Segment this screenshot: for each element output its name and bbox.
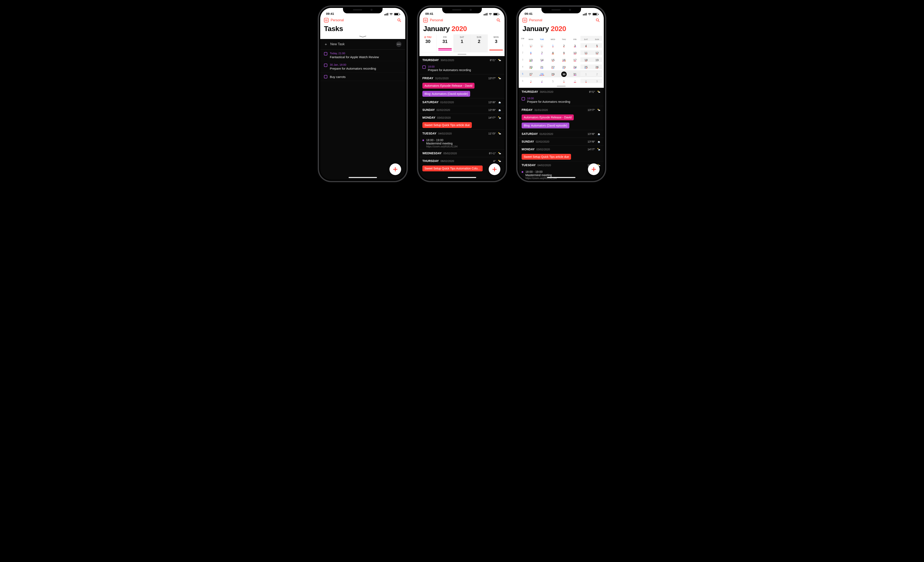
month-day[interactable]: 30 [525,43,536,48]
month-day[interactable]: 1 [548,43,558,48]
event-pill[interactable]: Sweet Setup Quick Tips article due [422,122,472,128]
month-day[interactable]: 15 [548,57,558,62]
month-day[interactable]: 6 [558,79,570,83]
svg-line-3 [499,21,500,22]
month-day[interactable]: 2 [591,72,603,76]
month-day[interactable]: 5 [591,43,603,48]
pull-handle[interactable] [320,34,405,39]
day-cell[interactable]: MON3 [488,34,504,52]
new-task-label: New Task [330,42,345,46]
month-day[interactable]: 30 [558,70,570,77]
svg-point-5 [498,77,500,78]
svg-point-0 [398,19,400,21]
new-task-button[interactable]: ＋ New Task [324,42,345,47]
month-day[interactable]: 16 [558,57,570,62]
event-pill[interactable]: Blog: Automators (David episode) [422,91,470,97]
month-day[interactable]: 14 [536,57,548,62]
agenda-list[interactable]: THURSDAY30/01/20208°/1°18:00Prepare for … [420,56,504,180]
month-day[interactable]: 7 [536,50,548,55]
search-button[interactable] [397,18,402,22]
home-indicator[interactable] [349,177,377,178]
month-day[interactable]: 4 [536,79,548,83]
day-cell[interactable]: ☑ THU30 [420,34,436,52]
svg-line-29 [598,150,599,151]
month-day[interactable]: 29 [548,72,558,76]
month-day[interactable]: 26 [591,64,603,69]
month-day[interactable]: 11 [580,50,591,55]
day-header: THURSDAY30/01/20208°/1° [420,56,504,64]
week-strip[interactable]: ☑ THU30FRI31SAT1SUN2MON3 [420,34,504,52]
event-pill[interactable]: Blog: Automators (David episode) [522,123,569,129]
month-day[interactable]: 9 [558,50,570,55]
task-event[interactable]: 18:00Prepare for Automators recording [420,64,504,74]
month-day[interactable]: 19 [591,57,603,62]
day-cell[interactable]: SAT1 [454,34,471,52]
month-day[interactable]: 3 [569,43,580,48]
event[interactable]: 18:00 - 19:00Mastermind meetinghttps://z… [420,137,504,149]
checkbox-icon[interactable] [324,75,327,78]
month-day[interactable]: 22 [548,64,558,69]
home-indicator[interactable] [448,177,476,178]
svg-line-22 [598,135,598,135]
checkbox-icon[interactable] [324,64,327,67]
task-row[interactable]: Today, 21:00Fantastical for Apple Watch … [320,49,405,61]
svg-point-16 [498,152,500,153]
month-grid[interactable]: CWMONTUEWEDTHUFRISATSUN13031123452678910… [519,34,604,84]
month-day[interactable]: 3 [525,79,536,83]
month-day[interactable]: 8 [548,50,558,55]
checkbox-icon[interactable] [522,97,525,100]
day-header: TUESDAY04/02/202011°/3° [420,129,504,137]
month-day[interactable]: 27 [525,72,536,76]
month-day[interactable]: 31 [569,72,580,76]
add-fab[interactable] [588,163,600,175]
day-cell[interactable]: FRI31 [436,34,454,52]
more-button[interactable]: ••• [396,42,402,47]
month-day[interactable]: 6 [525,50,536,55]
day-header: FRIDAY31/01/202013°/7° [519,106,604,114]
month-day[interactable]: 21 [536,64,548,69]
home-indicator[interactable] [547,177,575,178]
calendar-set-button[interactable]: Personal [324,18,344,22]
month-day[interactable]: 23 [558,64,570,69]
month-day[interactable]: 8 [580,79,591,83]
event-pill[interactable]: Automators Episode Release - David [422,83,474,88]
month-day[interactable]: 25 [580,64,591,69]
month-day[interactable]: 17 [569,57,580,62]
month-day[interactable]: 4 [580,43,591,48]
calendar-set-button[interactable]: Personal [423,18,443,22]
task-row[interactable]: Buy carrots [320,72,405,81]
month-day[interactable]: 9 [591,79,603,83]
calendar-set-button[interactable]: Personal [522,18,542,22]
search-button[interactable] [496,18,501,22]
month-day[interactable]: 12 [591,50,603,55]
event-pill[interactable]: Automators Episode Release - David [522,114,574,120]
month-day[interactable]: 31 [536,43,548,48]
month-day[interactable]: 24 [569,64,580,69]
month-day[interactable]: 18 [580,57,591,62]
checkbox-icon[interactable] [422,66,426,69]
day-header: THURSDAY30/01/20208°/1° [519,88,604,96]
search-button[interactable] [596,18,600,22]
strip-handle[interactable] [420,52,504,56]
checkbox-icon[interactable] [324,52,327,55]
task-row[interactable]: 30 Jan, 18:00Prepare for Automators reco… [320,61,405,72]
month-day[interactable]: 10 [569,50,580,55]
day-header: WEDNESDAY05/02/20206°/-1° [420,149,504,157]
task-event[interactable]: 18:00Prepare for Automators recording [519,96,604,106]
month-day[interactable]: 28 [536,72,548,76]
month-day[interactable]: 20 [525,64,536,69]
event-pill[interactable]: Sweet Setup Quick Tips article due [522,154,571,160]
month-day[interactable]: 13 [525,57,536,62]
cellular-icon [384,13,388,15]
month-day[interactable]: 1 [580,72,591,76]
month-day[interactable]: 2 [558,43,570,48]
month-day[interactable]: 5 [548,79,558,83]
event-pill[interactable]: Sweet Setup Quick Tips Automation Colu… [422,165,483,171]
svg-point-28 [597,148,598,149]
month-handle[interactable] [519,84,604,88]
month-day[interactable]: 7 [569,79,580,83]
add-fab[interactable] [390,163,401,175]
add-fab[interactable] [489,163,500,175]
day-cell[interactable]: SUN2 [471,34,488,52]
task-text: Prepare for Automators recording [330,67,376,70]
